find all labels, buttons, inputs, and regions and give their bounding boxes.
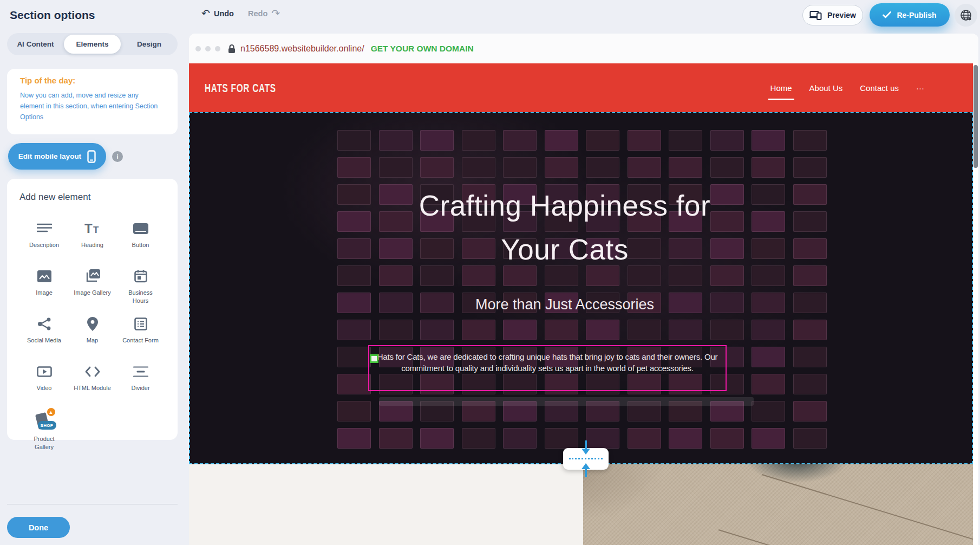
element-map[interactable]: Map [68,307,116,354]
product-gallery-icon: ▲ SHOP [32,411,56,431]
hero-tile [337,238,371,259]
hero-tile [337,211,371,232]
element-image[interactable]: Image [20,259,68,307]
nav-contact-us[interactable]: Contact us [859,80,900,96]
contact-form-icon [134,315,147,333]
hero-tile [337,347,371,367]
shop-badge: SHOP [38,421,56,430]
element-business-hours[interactable]: Business Hours [116,259,165,307]
selected-text-element[interactable]: Hats for Cats, we are dedicated to craft… [368,345,727,391]
hero-tile [462,157,495,178]
hero-tile [545,428,578,449]
hero-section-selected[interactable]: Crafting Happiness for Your Cats More th… [189,112,973,464]
hero-heading[interactable]: Crafting Happiness for Your Cats [397,184,733,271]
code-icon [85,363,100,380]
undo-button[interactable]: ↶ Undo [201,8,234,18]
done-button[interactable]: Done [7,517,70,538]
element-social-media[interactable]: Social Media [20,307,68,354]
image-icon [37,268,51,285]
sidebar-divider [7,504,178,504]
element-contact-form[interactable]: Contact Form [116,307,165,354]
hero-tile [503,428,537,449]
tab-ai-content[interactable]: AI Content [7,33,64,55]
info-icon[interactable]: i [112,151,123,162]
hero-tile [710,428,744,449]
element-product-gallery[interactable]: ▲ SHOP Product Gallery [20,402,68,451]
language-globe-button[interactable] [955,4,977,27]
pavement-photo [583,464,973,545]
next-section-background [189,464,583,545]
undo-icon: ↶ [201,8,210,18]
edit-mobile-label: Edit mobile layout [18,152,81,160]
hero-tile [752,157,785,178]
hero-tile [503,157,537,178]
hero-tile [793,157,827,178]
element-video[interactable]: Video [20,354,68,402]
element-heading[interactable]: TT Heading [68,211,116,259]
site-nav: Home About Us Contact us ··· [769,63,925,112]
hero-tile [752,130,785,151]
divider-icon [133,363,148,380]
check-icon [883,11,891,18]
element-image-gallery[interactable]: Image Gallery [68,259,116,307]
preview-button[interactable]: Preview [802,5,863,25]
heading-icon: TT [84,220,101,237]
hero-tile [337,428,371,449]
hero-tile [752,265,785,286]
hero-tile [793,211,827,232]
hero-tile-pattern [190,113,972,463]
redo-label: Redo [248,9,267,18]
hero-tile [545,130,578,151]
devices-icon [809,10,822,20]
scrollbar-thumb[interactable] [974,65,978,168]
panel-title: Section options [10,9,95,22]
hero-tile [337,265,371,286]
redo-button[interactable]: Redo ↷ [248,8,280,18]
preview-label: Preview [827,11,856,20]
nav-home[interactable]: Home [769,80,793,96]
tab-design[interactable]: Design [121,33,178,55]
hero-tile [586,157,619,178]
element-html-module[interactable]: HTML Module [68,354,116,402]
site-preview-frame: n1566589.websitebuilder.online/ GET YOUR… [189,34,978,545]
hero-tile [752,184,785,205]
hero-tile [793,265,827,286]
hero-tile [752,374,785,394]
hero-tile [337,401,371,421]
phone-icon [87,150,96,163]
hero-tile [545,320,578,340]
hero-tile [545,157,578,178]
edit-mobile-layout-button[interactable]: Edit mobile layout [8,143,106,170]
hero-tile [420,428,454,449]
hero-tile [669,428,702,449]
hero-tile [793,347,827,367]
hero-tile [420,130,454,151]
resize-handle[interactable] [370,354,378,363]
hero-tile [793,238,827,259]
element-button[interactable]: Button [116,211,165,259]
get-your-own-domain-link[interactable]: GET YOUR OWN DOMAIN [371,44,474,54]
hero-tile [379,157,413,178]
undo-label: Undo [214,9,234,18]
map-pin-icon [87,315,98,333]
hero-paragraph: Hats for Cats, we are dedicated to craft… [369,346,726,374]
site-logo[interactable]: HATS FOR CATS [205,81,276,95]
hero-tile [669,320,702,340]
hero-tile [503,320,537,340]
element-description[interactable]: Description [20,211,68,259]
republish-label: Re-Publish [897,11,936,20]
hero-tile [793,401,827,421]
globe-icon [959,8,973,22]
section-resize-handle[interactable] [563,448,609,470]
nav-more-icon[interactable]: ··· [915,80,925,96]
element-grid: Description TT Heading Button Image [20,211,165,451]
hero-tile [710,130,744,151]
browser-chrome: n1566589.websitebuilder.online/ GET YOUR… [189,34,978,63]
nav-about-us[interactable]: About Us [808,80,844,96]
site-url[interactable]: n1566589.websitebuilder.online/ [240,44,364,54]
hero-subheading[interactable]: More than Just Accessories [190,296,939,313]
hero-tile [462,320,495,340]
tab-elements[interactable]: Elements [64,35,121,54]
element-divider[interactable]: Divider [116,354,165,402]
republish-button[interactable]: Re-Publish [870,3,950,27]
